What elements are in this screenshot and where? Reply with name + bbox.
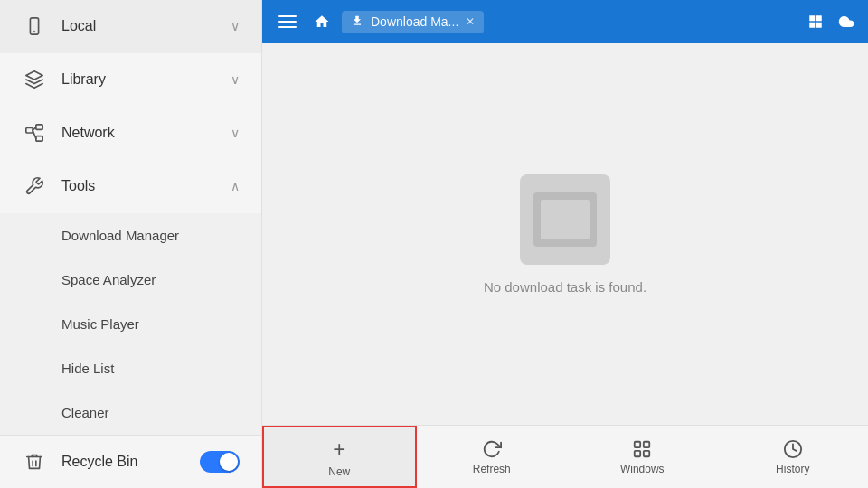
svg-rect-0	[30, 18, 38, 34]
topbar: Download Ma... ✕	[262, 0, 868, 43]
svg-rect-9	[816, 15, 822, 21]
menu-button[interactable]	[273, 7, 302, 36]
recycle-bin-toggle[interactable]	[200, 451, 240, 473]
chevron-down-icon: ∨	[231, 19, 240, 33]
sidebar-subitem-download-manager[interactable]: Download Manager	[0, 213, 261, 258]
new-button-label: New	[328, 465, 350, 478]
svg-rect-8	[809, 15, 815, 21]
home-button[interactable]	[309, 9, 335, 34]
refresh-button[interactable]: Refresh	[417, 426, 568, 488]
sidebar-item-library[interactable]: Library ∨	[0, 53, 261, 107]
windows-icon[interactable]	[805, 11, 826, 33]
refresh-button-label: Refresh	[473, 463, 511, 475]
sidebar-item-recycle-bin[interactable]: Recycle Bin	[0, 435, 261, 488]
topbar-action-icons	[805, 11, 857, 33]
sidebar-item-local-label: Local	[61, 18, 231, 34]
windows-button[interactable]: Windows	[567, 426, 718, 488]
sidebar-subitem-hide-list[interactable]: Hide List	[0, 346, 261, 390]
empty-state-icon	[520, 174, 610, 265]
bottom-toolbar: + New Refresh Window	[262, 425, 868, 488]
music-player-label: Music Player	[61, 316, 139, 332]
cleaner-label: Cleaner	[61, 405, 109, 420]
svg-rect-3	[26, 128, 33, 134]
cloud-icon[interactable]	[835, 11, 857, 33]
chevron-up-icon: ∧	[231, 179, 240, 193]
refresh-icon	[482, 439, 502, 459]
chevron-down-icon: ∨	[231, 126, 240, 140]
svg-rect-12	[635, 441, 640, 446]
download-tab-icon	[351, 14, 363, 30]
sidebar-item-tools[interactable]: Tools ∧	[0, 160, 261, 213]
sidebar-item-library-label: Library	[61, 71, 231, 88]
network-icon	[22, 120, 47, 145]
menu-line	[278, 15, 297, 17]
empty-icon-inner	[533, 192, 597, 247]
history-button[interactable]: History	[718, 426, 869, 488]
svg-rect-4	[36, 125, 42, 130]
recycle-bin-label: Recycle Bin	[61, 454, 200, 470]
svg-rect-13	[644, 441, 649, 446]
menu-line	[278, 21, 297, 23]
main-panel: Download Ma... ✕ No down	[262, 0, 868, 488]
svg-rect-10	[809, 23, 815, 28]
sidebar-subitem-space-analyzer[interactable]: Space Analyzer	[0, 258, 261, 302]
hide-list-label: Hide List	[61, 361, 114, 376]
windows-button-label: Windows	[620, 463, 665, 475]
new-button[interactable]: + New	[262, 426, 417, 488]
chevron-down-icon: ∨	[231, 72, 240, 87]
plus-icon: +	[333, 436, 345, 462]
download-manager-tab-label: Download Ma...	[371, 14, 458, 29]
wrench-icon	[22, 174, 47, 199]
sidebar-item-tools-label: Tools	[61, 178, 231, 194]
layers-icon	[22, 67, 47, 92]
sidebar: Local ∨ Library ∨ Network ∨	[0, 0, 262, 488]
windows-grid-icon	[632, 439, 652, 459]
menu-line	[278, 26, 297, 28]
content-area: No download task is found.	[262, 43, 868, 425]
sidebar-subitem-music-player[interactable]: Music Player	[0, 302, 261, 346]
empty-state-message: No download task is found.	[484, 279, 646, 295]
svg-rect-5	[36, 136, 42, 142]
svg-rect-14	[635, 450, 640, 455]
trash-icon	[22, 449, 47, 474]
history-icon	[783, 439, 803, 459]
sidebar-item-network-label: Network	[61, 125, 231, 141]
sidebar-item-network[interactable]: Network ∨	[0, 107, 261, 160]
download-manager-label: Download Manager	[61, 228, 179, 243]
sidebar-subitem-cleaner[interactable]: Cleaner	[0, 390, 261, 435]
svg-marker-2	[26, 71, 42, 80]
svg-rect-11	[816, 23, 822, 28]
svg-line-7	[33, 131, 36, 139]
sidebar-item-local[interactable]: Local ∨	[0, 0, 261, 53]
phone-icon	[22, 14, 47, 39]
tab-close-button[interactable]: ✕	[466, 15, 475, 28]
space-analyzer-label: Space Analyzer	[61, 272, 156, 287]
download-manager-tab[interactable]: Download Ma... ✕	[342, 11, 484, 33]
history-button-label: History	[776, 463, 809, 475]
svg-rect-15	[644, 450, 649, 455]
